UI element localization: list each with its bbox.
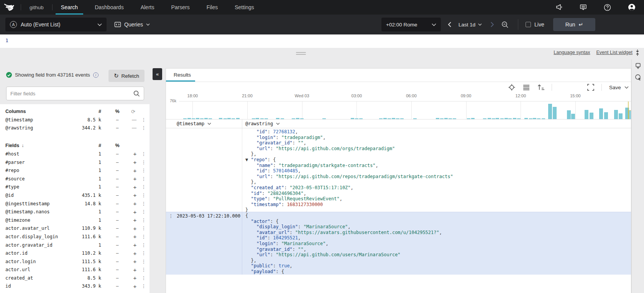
kebab-menu-icon[interactable]: ⋮ [141,117,146,123]
add-column-icon[interactable]: + [132,151,138,157]
field-row[interactable]: @timezone1–+⋮ [0,216,150,224]
refetch-button[interactable]: ↻ Refetch [108,70,145,82]
field-row[interactable]: @timestamp8.5 k–—⋮ [0,116,150,124]
kebab-menu-icon[interactable]: ⋮ [141,193,146,198]
field-row[interactable]: actor.url111.6 k–+⋮ [0,266,150,274]
view-selector-dropdown[interactable]: A Auto (Event List) [5,18,107,31]
kebab-menu-icon[interactable]: ⋮ [141,234,146,239]
add-column-icon[interactable]: + [132,267,138,273]
kebab-menu-icon[interactable]: ⋮ [169,213,173,219]
filter-fields-input[interactable] [10,91,133,97]
crowdstrike-falcon-logo-icon[interactable] [4,3,15,12]
field-row[interactable]: #source1–+⋮ [0,175,150,183]
nav-item-settings[interactable]: Settings [226,0,263,15]
info-icon[interactable]: i [93,72,99,78]
field-row[interactable]: @rawstring344.2 k–—⋮ [0,124,150,133]
add-column-icon[interactable]: + [132,275,138,281]
sort-ascending-icon[interactable] [537,84,545,91]
kebab-menu-icon[interactable]: ⋮ [141,250,146,256]
add-column-icon[interactable]: + [132,209,138,215]
search-icon[interactable] [133,90,140,97]
histogram-plot-area[interactable] [179,101,631,119]
kebab-menu-icon[interactable]: ⋮ [141,160,146,165]
kebab-menu-icon[interactable]: ⋮ [141,275,146,281]
field-row[interactable]: #parser1–+⋮ [0,158,150,167]
kebab-menu-icon[interactable]: ⋮ [141,184,146,190]
time-back-arrow[interactable] [448,18,451,31]
field-row[interactable]: @ingesttimestamp14.8 k–+⋮ [0,200,150,208]
event-row[interactable]: ⋮2023-05-03 17:22:10.000{ "actor": { "di… [166,212,631,275]
rawstring-column-header[interactable]: @rawstring [242,119,631,128]
wrap-lines-icon[interactable] [523,84,530,91]
time-range-dropdown[interactable]: Last 1d [458,18,482,31]
query-editor[interactable]: 1 [0,34,644,48]
field-row[interactable]: created_at8.5 k–+⋮ [0,274,150,282]
kebab-menu-icon[interactable]: ⋮ [141,168,146,173]
tab-results[interactable]: Results [174,72,191,78]
kebab-menu-icon[interactable]: ⋮ [141,226,146,231]
add-column-icon[interactable]: + [132,184,138,190]
add-column-icon[interactable]: + [132,175,138,182]
fullscreen-icon[interactable] [587,84,594,91]
kebab-menu-icon[interactable]: ⋮ [141,267,146,272]
field-row[interactable]: @timestamp.nanos1–+⋮ [0,208,150,216]
repository-badge[interactable]: github [21,5,52,10]
remove-column-icon[interactable]: — [130,125,139,131]
collapse-editor-icon[interactable] [635,49,640,56]
field-row[interactable]: actor.id110.2 k–+⋮ [0,249,150,257]
add-column-icon[interactable]: + [132,258,138,265]
interaction-target-icon[interactable] [635,74,642,81]
collapse-sidebar-button[interactable]: « [153,68,162,80]
refresh-columns-icon[interactable]: ⟳ [131,109,135,115]
event-list-widget-link[interactable]: Event List widget [596,50,633,55]
field-row[interactable]: actor.avatar_url110.9 k–+⋮ [0,224,150,233]
kebab-menu-icon[interactable]: ⋮ [141,283,146,289]
sort-descending-icon[interactable]: ↓ [21,143,24,148]
run-button[interactable]: Run ↵ [553,18,595,31]
kebab-menu-icon[interactable]: ⋮ [141,151,146,157]
kebab-menu-icon[interactable]: ⋮ [141,176,146,182]
account-icon[interactable] [628,3,636,11]
add-column-icon[interactable]: + [132,242,138,248]
add-column-icon[interactable]: + [132,200,138,207]
resize-handle[interactable] [296,52,306,55]
kebab-menu-icon[interactable]: ⋮ [141,242,146,248]
field-row[interactable]: #type1–+⋮ [0,183,150,192]
kebab-menu-icon[interactable]: ⋮ [141,209,146,214]
save-dropdown[interactable]: Save [609,85,629,90]
timezone-selector[interactable]: +02:00 Rome [381,18,441,31]
add-column-icon[interactable]: + [132,233,138,240]
field-row[interactable]: #repo1–+⋮ [0,166,150,175]
feedback-icon[interactable] [580,4,587,11]
field-row[interactable]: #host1–+⋮ [0,150,150,158]
nav-item-alerts[interactable]: Alerts [132,0,163,15]
remove-column-icon[interactable]: — [130,117,139,123]
field-row[interactable]: actor.gravatar_id1–+⋮ [0,241,150,249]
add-column-icon[interactable]: + [132,283,138,290]
nav-item-dashboards[interactable]: Dashboards [86,0,132,15]
live-checkbox[interactable]: Live [526,18,544,31]
time-forward-arrow[interactable] [491,18,494,31]
crosshair-icon[interactable] [508,84,515,91]
add-column-icon[interactable]: + [132,217,138,223]
nav-item-files[interactable]: Files [198,0,227,15]
nav-item-parsers[interactable]: Parsers [163,0,198,15]
kebab-menu-icon[interactable]: ⋮ [141,218,146,223]
nav-item-search[interactable]: Search [53,0,86,15]
field-row[interactable]: id343.9 k–+⋮ [0,282,150,291]
add-column-icon[interactable]: + [132,250,138,257]
add-column-icon[interactable]: + [132,225,138,232]
queries-dropdown[interactable]: Queries [114,18,150,31]
add-column-icon[interactable]: + [132,192,138,198]
event-row[interactable]: "id": 72768132, "login": "tradeparadigm"… [166,128,631,212]
announcements-icon[interactable] [555,4,563,11]
kebab-menu-icon[interactable]: ⋮ [141,259,146,264]
display-options-icon[interactable] [635,62,641,69]
kebab-menu-icon[interactable]: ⋮ [141,125,146,131]
field-row[interactable]: @id435.1 k–+⋮ [0,191,150,200]
kebab-menu-icon[interactable]: ⋮ [141,201,146,206]
zoom-out-icon[interactable] [501,18,509,31]
add-column-icon[interactable]: + [132,159,138,165]
language-syntax-link[interactable]: Language syntax [554,50,590,55]
timestamp-column-header[interactable]: @timestamp [174,119,242,128]
